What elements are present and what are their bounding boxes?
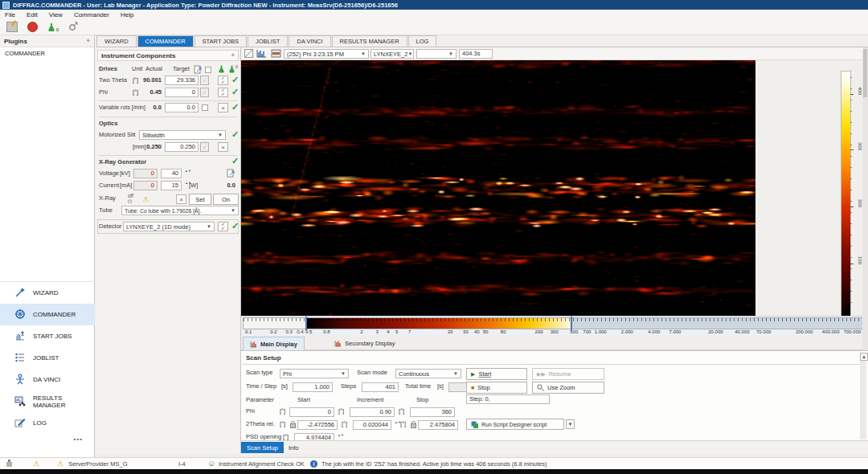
- plugins-item-commander[interactable]: COMMANDER: [0, 47, 94, 59]
- sidebar-item-da-vinci[interactable]: DA VINCI: [0, 369, 95, 390]
- play-icon: ▶: [471, 371, 475, 378]
- current-target-input[interactable]: 15: [161, 181, 182, 190]
- sidebar-item-start-jobs[interactable]: START JOBS: [0, 325, 95, 347]
- image-view-icon[interactable]: [271, 49, 281, 59]
- tab-joblist[interactable]: JOBLIST: [248, 35, 288, 47]
- tab-wizard[interactable]: WIZARD: [96, 35, 137, 47]
- voltage-spinner[interactable]: ▲▼: [185, 170, 191, 172]
- slit-select[interactable]: Slitwidth▼: [139, 130, 226, 140]
- tab-results-manager[interactable]: RESULTS MANAGER: [332, 35, 407, 47]
- drive-target-input[interactable]: 0.0: [165, 103, 199, 112]
- tab-commander[interactable]: COMMANDER: [137, 35, 194, 47]
- move-slit-button[interactable]: ×: [218, 142, 228, 152]
- twotheta-start-input[interactable]: -2.472556: [297, 420, 338, 430]
- menu-view[interactable]: View: [49, 11, 63, 18]
- sidebar-item-joblist[interactable]: JOBLIST: [0, 347, 95, 369]
- warning-icon[interactable]: ⚠: [57, 460, 63, 468]
- start-button[interactable]: ▶Start: [466, 368, 527, 380]
- scale-max-marker[interactable]: [571, 317, 572, 330]
- warning-icon[interactable]: ⚠: [33, 460, 39, 468]
- xray-set-button[interactable]: Set: [189, 194, 211, 205]
- copy-target-icon[interactable]: [194, 65, 202, 76]
- jobs-icon[interactable]: [6, 22, 18, 32]
- elapsed-time-field[interactable]: 404.3s: [459, 49, 493, 59]
- stop-button[interactable]: ■Stop: [466, 382, 527, 394]
- scan-select[interactable]: (252) Phi 3:23:15 PM▼: [284, 49, 369, 59]
- twotheta-stop-input[interactable]: 2.475804: [418, 420, 458, 430]
- drives-checkbox[interactable]: [205, 67, 211, 73]
- apply-check-button: ✓: [200, 76, 209, 85]
- menu-help[interactable]: Help: [121, 11, 133, 18]
- phi-start-input[interactable]: 0: [289, 407, 334, 417]
- time-step-label: Time / Step: [246, 382, 276, 391]
- phi-increment-input[interactable]: 0.90: [350, 407, 395, 417]
- scale-min-marker[interactable]: [305, 317, 307, 330]
- psd-spinner[interactable]: ▲▼: [338, 434, 344, 436]
- menu-bar: FileEditViewCommanderHelp: [0, 10, 868, 19]
- wizard-icon: [14, 287, 26, 300]
- scan-scrollbar[interactable]: ▲: [860, 353, 866, 439]
- resume-button[interactable]: ▶▶Resume: [532, 368, 604, 380]
- display-scrollbar[interactable]: [862, 47, 868, 350]
- drive-target-input[interactable]: 0: [165, 88, 199, 97]
- flask-lc-icon[interactable]: [218, 64, 225, 76]
- detector-view-select[interactable]: LYNXEYE_2▼: [371, 49, 414, 59]
- nav-more-button[interactable]: •••: [74, 435, 83, 443]
- voltage-target-input[interactable]: 40: [161, 169, 182, 178]
- range-select[interactable]: ▼: [416, 49, 457, 59]
- sidebar-item-commander[interactable]: COMMANDER: [0, 304, 95, 325]
- select-mode-icon[interactable]: [244, 49, 253, 59]
- menu-commander[interactable]: Commander: [74, 11, 109, 18]
- scan-mode-select[interactable]: Continuous▼: [395, 369, 461, 378]
- detector-2d-image[interactable]: [241, 60, 755, 316]
- validate-detector-button[interactable]: ✓✓: [218, 222, 228, 231]
- copy-generator-icon[interactable]: [227, 169, 235, 179]
- voltage-actual: 0: [133, 169, 158, 178]
- tab-secondary-display[interactable]: Secondary Display: [328, 337, 402, 349]
- scale-tick-label: 4: [387, 329, 389, 334]
- tab-scan-setup[interactable]: Scan Setup: [241, 442, 284, 453]
- tube-select[interactable]: Tube: Co tube with 1.79026 [Å].▼: [121, 206, 239, 215]
- drive-target-input[interactable]: 29.336: [165, 76, 199, 85]
- twotheta-increment-input[interactable]: 0.020044: [353, 420, 391, 430]
- plugin-nav-list: WIZARDCOMMANDERSTART JOBSJOBLISTDA VINCI…: [0, 281, 95, 434]
- run-script-button[interactable]: Run Script Designer script: [466, 419, 564, 430]
- pin-icon[interactable]: ⌖: [231, 51, 235, 59]
- sidebar-item-wizard[interactable]: WIZARD: [0, 282, 95, 304]
- intensity-scalebar[interactable]: [243, 317, 866, 329]
- steps-input[interactable]: 401: [362, 382, 399, 392]
- sidebar-item-log[interactable]: LOG: [0, 412, 95, 434]
- flask-counter-icon[interactable]: 0: [47, 22, 59, 32]
- use-zoom-button[interactable]: Use Zoom: [532, 382, 604, 394]
- menu-file[interactable]: File: [5, 11, 15, 18]
- tab-start-jobs[interactable]: START JOBS: [194, 35, 247, 47]
- pin-icon[interactable]: ⌖: [86, 37, 90, 45]
- move-drive-button[interactable]: ×: [218, 103, 228, 112]
- xray-on-button[interactable]: On: [213, 194, 239, 205]
- stop-all-icon[interactable]: [27, 22, 38, 32]
- validate-button[interactable]: ✓✓: [218, 88, 228, 97]
- tab-log[interactable]: LOG: [408, 35, 437, 47]
- flask-zero-icon[interactable]: 0: [228, 64, 238, 76]
- menu-edit[interactable]: Edit: [27, 11, 38, 18]
- time-step-input[interactable]: 1.000: [293, 382, 333, 392]
- slit-target-input[interactable]: 0.250: [165, 142, 199, 152]
- detector-select[interactable]: LYNXEYE_2 (1D mode)▼: [123, 222, 215, 231]
- commander-icon: [14, 309, 26, 321]
- row-checkbox[interactable]: [202, 104, 208, 111]
- zoom-reset-icon[interactable]: [68, 22, 78, 33]
- tab-main-display[interactable]: Main Display: [243, 337, 305, 351]
- scale-tick-label: 3: [375, 329, 378, 334]
- tab-info[interactable]: Info: [283, 442, 305, 453]
- scan-type-select[interactable]: Phi▼: [280, 369, 349, 378]
- tab-da-vinci[interactable]: DA VINCI: [289, 35, 330, 47]
- scan-tab-strip: Scan Setup Info: [241, 440, 868, 453]
- move-xray-button[interactable]: ×: [176, 194, 186, 204]
- phi-stop-input[interactable]: 360: [410, 407, 455, 417]
- run-script-dropdown[interactable]: ▼: [566, 419, 575, 429]
- validate-button[interactable]: ✓✓: [218, 76, 228, 85]
- scan-chart-icon[interactable]: [256, 49, 267, 59]
- sidebar-item-results-manager[interactable]: RESULTS MANAGER: [0, 390, 95, 412]
- scale-tick-label: 0.3: [285, 329, 292, 334]
- sidebar-item-label: JOBLIST: [33, 354, 59, 362]
